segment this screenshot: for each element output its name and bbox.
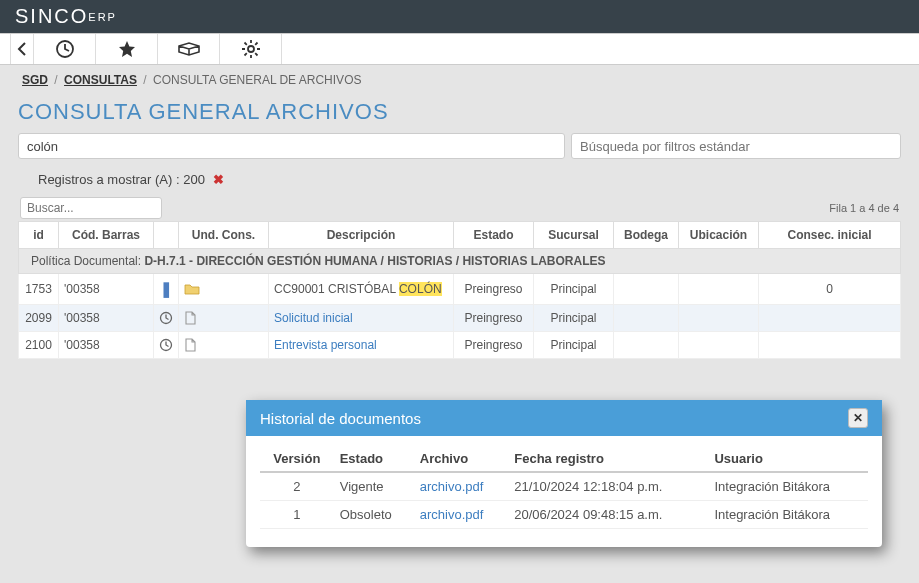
modal-header[interactable]: Historial de documentos ✕ bbox=[246, 400, 882, 436]
history-modal: Historial de documentos ✕ VersiónEstadoA… bbox=[246, 400, 882, 547]
page-title: CONSULTA GENERAL ARCHIVOS bbox=[18, 99, 901, 125]
column-header[interactable]: Sucursal bbox=[534, 222, 614, 249]
column-header[interactable]: Cód. Barras bbox=[59, 222, 154, 249]
clock-icon[interactable] bbox=[154, 332, 179, 359]
breadcrumb: SGD / CONSULTAS / CONSULTA GENERAL DE AR… bbox=[0, 65, 919, 91]
history-column-header: Usuario bbox=[708, 446, 868, 472]
apps-button[interactable] bbox=[158, 34, 220, 64]
column-header[interactable]: Bodega bbox=[614, 222, 679, 249]
table-row[interactable]: 2099'00358Solicitud inicialPreingresoPri… bbox=[19, 305, 901, 332]
table-row[interactable]: 2100'00358Entrevista personalPreingresoP… bbox=[19, 332, 901, 359]
breadcrumb-section[interactable]: CONSULTAS bbox=[64, 73, 137, 87]
breadcrumb-root[interactable]: SGD bbox=[22, 73, 48, 87]
brand-name: SINCO bbox=[15, 5, 88, 28]
filter-input[interactable] bbox=[571, 133, 901, 159]
brand-sub: ERP bbox=[88, 11, 117, 23]
history-column-header: Estado bbox=[334, 446, 414, 472]
history-row: 1Obsoletoarchivo.pdf20/06/2024 09:48:15 … bbox=[260, 501, 868, 529]
description-link[interactable]: Entrevista personal bbox=[274, 338, 377, 352]
history-row: 2Vigentearchivo.pdf21/10/2024 12:18:04 p… bbox=[260, 472, 868, 501]
gear-icon bbox=[241, 39, 261, 59]
results-grid: idCód. BarrasUnd. Cons.DescripciónEstado… bbox=[18, 221, 901, 359]
description-link[interactable]: Solicitud inicial bbox=[274, 311, 353, 325]
status-icon: ❚ bbox=[154, 274, 179, 305]
modal-title: Historial de documentos bbox=[260, 410, 421, 427]
box-icon bbox=[177, 42, 201, 56]
archive-link[interactable]: archivo.pdf bbox=[420, 507, 484, 522]
history-table: VersiónEstadoArchivoFecha registroUsuari… bbox=[260, 446, 868, 529]
row-info: Fila 1 a 4 de 4 bbox=[829, 202, 899, 214]
column-header[interactable] bbox=[154, 222, 179, 249]
column-header[interactable]: Estado bbox=[454, 222, 534, 249]
clear-records-button[interactable]: ✖ bbox=[213, 172, 224, 187]
archive-link[interactable]: archivo.pdf bbox=[420, 479, 484, 494]
back-button[interactable] bbox=[10, 34, 34, 64]
app-header: SINCO ERP bbox=[0, 0, 919, 33]
records-line: Registros a mostrar (A) : 200 ✖ bbox=[18, 169, 901, 197]
column-header[interactable]: Ubicación bbox=[679, 222, 759, 249]
history-column-header: Fecha registro bbox=[508, 446, 708, 472]
table-row[interactable]: 1753'00358❚CC90001 CRISTÓBAL COLÓNPreing… bbox=[19, 274, 901, 305]
svg-point-1 bbox=[248, 46, 254, 52]
group-row[interactable]: Política Documental: D-H.7.1 - DIRECCIÓN… bbox=[19, 249, 901, 274]
column-header[interactable]: Und. Cons. bbox=[179, 222, 269, 249]
folder-icon bbox=[179, 274, 269, 305]
history-column-header: Archivo bbox=[414, 446, 508, 472]
search-input[interactable] bbox=[18, 133, 565, 159]
toolbar bbox=[0, 33, 919, 65]
settings-button[interactable] bbox=[220, 34, 282, 64]
breadcrumb-current: CONSULTA GENERAL DE ARCHIVOS bbox=[153, 73, 362, 87]
grid-search-input[interactable] bbox=[20, 197, 162, 219]
history-column-header: Versión bbox=[260, 446, 334, 472]
file-icon bbox=[179, 305, 269, 332]
column-header[interactable]: Consec. inicial bbox=[759, 222, 901, 249]
star-icon bbox=[117, 39, 137, 59]
content: CONSULTA GENERAL ARCHIVOS Registros a mo… bbox=[0, 91, 919, 367]
column-header[interactable]: Descripción bbox=[269, 222, 454, 249]
column-header[interactable]: id bbox=[19, 222, 59, 249]
favorites-button[interactable] bbox=[96, 34, 158, 64]
clock-icon[interactable] bbox=[154, 305, 179, 332]
recent-button[interactable] bbox=[34, 34, 96, 64]
modal-close-button[interactable]: ✕ bbox=[848, 408, 868, 428]
clock-icon bbox=[55, 39, 75, 59]
file-icon bbox=[179, 332, 269, 359]
